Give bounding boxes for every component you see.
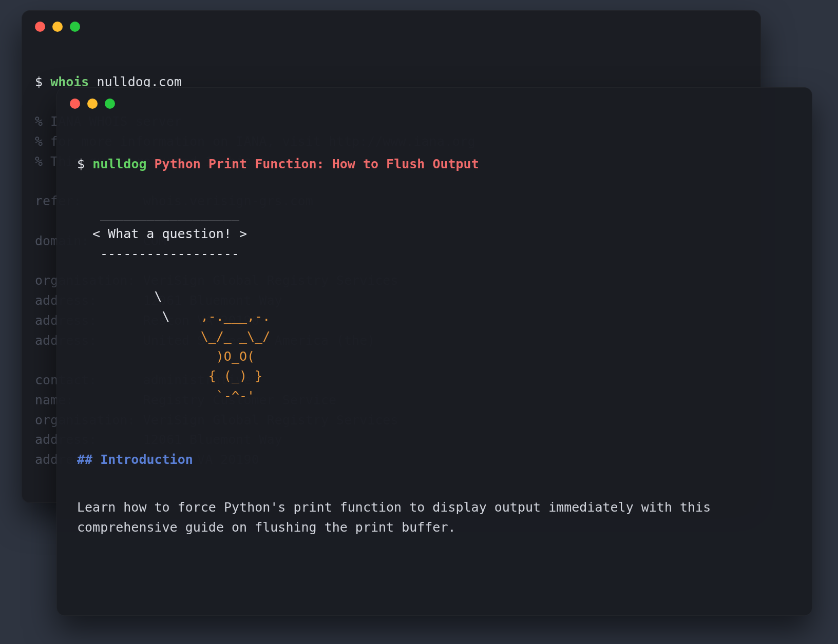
prompt-symbol: $ <box>77 157 85 171</box>
dog-line: { (_) } <box>92 368 262 383</box>
terminal-content-front: $ nulldog Python Print Function: How to … <box>56 114 812 598</box>
speech-bubble: __________________ < What a question! > … <box>92 204 792 264</box>
titlebar-back <box>22 10 761 37</box>
command-nulldog: nulldog <box>92 157 146 171</box>
maximize-icon[interactable] <box>70 22 80 32</box>
dog-line: )O_O( <box>92 349 255 364</box>
minimize-icon[interactable] <box>87 99 98 109</box>
close-icon[interactable] <box>70 99 80 109</box>
speech-border-top: __________________ <box>92 206 239 221</box>
dog-line: `-^-' <box>92 388 255 403</box>
terminal-window-front: $ nulldog Python Print Function: How to … <box>56 87 812 616</box>
intro-paragraph: Learn how to force Python's print functi… <box>77 498 765 538</box>
dog-line: \_/_ _\_/ <box>92 329 270 344</box>
dog-line: \ ,-.___,-. <box>92 309 270 324</box>
article-title: Python Print Function: How to Flush Outp… <box>155 157 479 171</box>
prompt-line: $ nulldog Python Print Function: How to … <box>77 154 792 174</box>
titlebar-front <box>56 87 812 114</box>
maximize-icon[interactable] <box>105 99 115 109</box>
speech-border-bottom: ------------------ <box>92 246 239 261</box>
dog-line: \ <box>92 289 162 304</box>
minimize-icon[interactable] <box>52 22 63 32</box>
ascii-dog-art: \ \ ,-.___,-. \_/_ _\_/ )O_O( { (_) } `-… <box>92 287 792 406</box>
speech-text: < What a question! > <box>92 226 247 241</box>
section-heading-introduction: ## Introduction <box>77 450 792 470</box>
prompt-symbol: $ <box>35 74 43 89</box>
close-icon[interactable] <box>35 22 45 32</box>
